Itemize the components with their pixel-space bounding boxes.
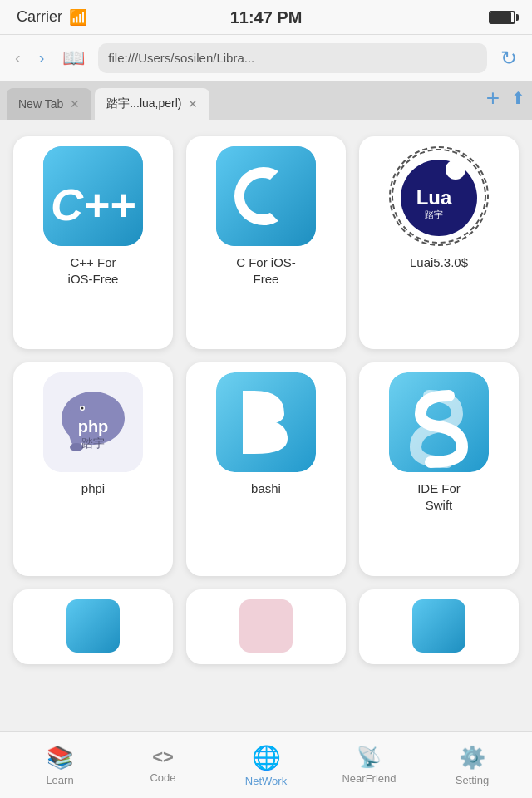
forward-button[interactable]: › xyxy=(34,45,50,71)
tab-new-tab[interactable]: New Tab ✕ xyxy=(7,88,91,120)
status-bar: Carrier 📶 11:47 PM xyxy=(0,0,532,35)
app-partial-2[interactable] xyxy=(186,589,346,664)
network-icon: 🌐 xyxy=(252,744,281,771)
app-label-php: phpi xyxy=(81,480,105,497)
tabs-actions: + ⬆ xyxy=(486,85,525,120)
svg-text:踏宇: 踏宇 xyxy=(81,436,105,450)
learn-icon: 📚 xyxy=(47,745,73,771)
nearfriend-icon: 📡 xyxy=(357,746,382,769)
app-bashi[interactable]: bashi xyxy=(186,362,346,575)
bookmarks-button[interactable]: 📖 xyxy=(57,44,90,72)
add-tab-button[interactable]: + xyxy=(486,85,500,115)
nav-code[interactable]: <> Code xyxy=(111,746,214,784)
tab-lua-perl[interactable]: 踏宇...lua,perl) ✕ xyxy=(95,88,209,120)
svg-rect-22 xyxy=(239,599,293,653)
app-partial-3[interactable] xyxy=(359,589,519,664)
svg-text:踏宇: 踏宇 xyxy=(425,209,443,219)
app-partial-1[interactable] xyxy=(13,589,173,664)
tab-close-lua[interactable]: ✕ xyxy=(188,97,198,111)
svg-rect-19 xyxy=(243,391,254,454)
network-label: NetWork xyxy=(245,775,287,787)
svg-point-5 xyxy=(446,160,466,180)
battery-icon xyxy=(489,11,515,24)
app-label-lua: Luai5.3.0$ xyxy=(410,254,468,271)
svg-point-15 xyxy=(81,407,84,410)
svg-text:C++: C++ xyxy=(51,180,135,229)
nav-nearfriend[interactable]: 📡 NearFriend xyxy=(318,746,421,785)
bottom-nav: 📚 Learn <> Code 🌐 NetWork 📡 NearFriend ⚙… xyxy=(0,732,532,798)
app-c-ios[interactable]: C For iOS-Free xyxy=(186,136,346,349)
app-icon-php: 🐘 php 踏宇 xyxy=(43,372,143,472)
setting-label: Setting xyxy=(456,774,489,786)
tab-close-new[interactable]: ✕ xyxy=(70,97,80,111)
svg-text:Lua: Lua xyxy=(416,186,452,209)
url-text: file:///Users/sosilen/Libra... xyxy=(108,51,254,65)
wifi-icon: 📶 xyxy=(69,8,87,27)
browser-toolbar: ‹ › 📖 file:///Users/sosilen/Libra... ↻ xyxy=(0,35,532,81)
app-label-bashi: bashi xyxy=(251,480,281,497)
tab-label-lua: 踏宇...lua,perl) xyxy=(106,96,181,111)
learn-label: Learn xyxy=(46,774,73,786)
app-php[interactable]: 🐘 php 踏宇 phpi xyxy=(13,362,173,575)
app-label-cpp: C++ ForiOS-Free xyxy=(68,254,119,287)
nearfriend-label: NearFriend xyxy=(342,772,396,785)
back-button[interactable]: ‹ xyxy=(10,45,26,71)
app-icon-bashi xyxy=(216,372,316,472)
svg-rect-21 xyxy=(66,599,120,653)
app-lua[interactable]: Lua 踏宇 Luai5.3.0$ xyxy=(359,136,519,349)
code-label: Code xyxy=(150,771,175,784)
status-time: 11:47 PM xyxy=(230,8,303,27)
app-cpp[interactable]: C++ C++ ForiOS-Free xyxy=(13,136,173,349)
share-button[interactable]: ⬆ xyxy=(511,88,525,111)
app-swift[interactable]: IDE ForSwift xyxy=(359,362,519,575)
nav-learn[interactable]: 📚 Learn xyxy=(8,745,111,786)
app-grid: C++ C++ ForiOS-Free C For iOS-Free xyxy=(0,120,532,732)
svg-rect-23 xyxy=(412,599,466,653)
app-icon-cpp: C++ xyxy=(43,146,143,246)
app-icon-swift xyxy=(389,372,489,472)
nav-network[interactable]: 🌐 NetWork xyxy=(214,744,318,787)
svg-text:php: php xyxy=(78,417,109,436)
setting-icon: ⚙️ xyxy=(459,745,485,771)
app-label-swift: IDE ForSwift xyxy=(417,480,461,513)
refresh-button[interactable]: ↻ xyxy=(495,43,522,73)
svg-rect-2 xyxy=(216,146,316,246)
url-bar[interactable]: file:///Users/sosilen/Libra... xyxy=(98,43,487,73)
app-icon-lua: Lua 踏宇 xyxy=(389,146,489,246)
tab-label: New Tab xyxy=(18,97,63,111)
app-icon-c-ios xyxy=(216,146,316,246)
carrier-info: Carrier 📶 xyxy=(17,8,87,27)
tabs-bar: New Tab ✕ 踏宇...lua,perl) ✕ + ⬆ xyxy=(0,81,532,120)
status-right xyxy=(489,11,515,24)
carrier-text: Carrier xyxy=(17,8,62,26)
app-label-c-ios: C For iOS-Free xyxy=(236,254,296,287)
nav-setting[interactable]: ⚙️ Setting xyxy=(421,745,524,786)
code-icon: <> xyxy=(152,746,174,768)
